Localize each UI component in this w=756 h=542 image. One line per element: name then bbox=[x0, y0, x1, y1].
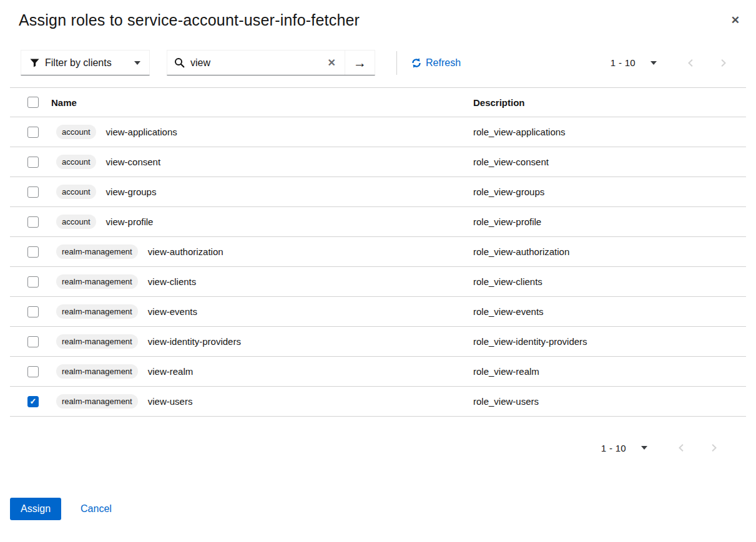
clear-search-button[interactable]: ✕ bbox=[319, 58, 345, 68]
pagination-range: 1 - 10 bbox=[601, 443, 626, 453]
role-name: view-applications bbox=[106, 127, 177, 137]
pagination-menu-toggle[interactable] bbox=[635, 442, 654, 453]
client-badge: realm-management bbox=[56, 274, 138, 289]
next-page-button[interactable] bbox=[709, 52, 737, 74]
row-checkbox[interactable] bbox=[27, 216, 39, 228]
close-icon: ✕ bbox=[731, 14, 740, 26]
roles-table: Name Description account view-applicatio… bbox=[10, 87, 746, 417]
assign-button[interactable]: Assign bbox=[10, 498, 61, 520]
modal-header: Assign roles to service-account-user-inf… bbox=[0, 0, 756, 30]
cancel-button[interactable]: Cancel bbox=[81, 503, 112, 515]
prev-page-button[interactable] bbox=[667, 437, 695, 458]
client-badge: account bbox=[56, 155, 96, 169]
table-body: account view-applications role_view-appl… bbox=[10, 117, 746, 417]
caret-down-icon bbox=[641, 446, 647, 450]
caret-down-icon bbox=[134, 61, 140, 65]
role-description: role_view-users bbox=[473, 396, 746, 407]
role-description: role_view-identity-providers bbox=[473, 336, 746, 347]
search-submit-button[interactable]: → bbox=[345, 51, 375, 75]
toolbar: Filter by clients ✕ → Refresh bbox=[21, 50, 737, 75]
caret-down-icon bbox=[650, 61, 657, 65]
role-name: view-realm bbox=[148, 366, 194, 377]
table-row: realm-management view-identity-providers… bbox=[10, 327, 746, 357]
pagination-top: 1 - 10 bbox=[611, 52, 737, 74]
column-header-name: Name bbox=[51, 97, 473, 108]
role-name: view-events bbox=[148, 306, 197, 317]
close-button[interactable]: ✕ bbox=[727, 11, 744, 29]
table-row: account view-groups role_view-groups bbox=[10, 177, 746, 207]
table-row: realm-management view-authorization role… bbox=[10, 237, 746, 267]
pagination-range: 1 - 10 bbox=[611, 57, 636, 68]
row-checkbox[interactable] bbox=[27, 396, 39, 407]
table-row: realm-management view-users role_view-us… bbox=[10, 387, 746, 417]
client-badge: realm-management bbox=[56, 394, 138, 409]
role-description: role_view-profile bbox=[473, 216, 746, 227]
clear-icon: ✕ bbox=[328, 57, 336, 68]
select-all-checkbox[interactable] bbox=[27, 97, 39, 108]
client-badge: realm-management bbox=[56, 244, 138, 259]
modal-action-bar: Assign Cancel bbox=[10, 498, 756, 520]
role-description: role_view-clients bbox=[473, 276, 746, 287]
refresh-label: Refresh bbox=[426, 57, 461, 69]
refresh-button[interactable]: Refresh bbox=[411, 57, 461, 69]
table-row: realm-management view-realm role_view-re… bbox=[10, 357, 746, 387]
chevron-left-icon bbox=[677, 443, 685, 452]
row-checkbox[interactable] bbox=[27, 246, 39, 258]
role-description: role_view-groups bbox=[473, 186, 746, 197]
search-group: ✕ → bbox=[167, 50, 375, 75]
role-name: view-authorization bbox=[148, 246, 223, 257]
assign-roles-modal: Assign roles to service-account-user-inf… bbox=[0, 0, 756, 542]
prev-page-button[interactable] bbox=[677, 52, 704, 74]
chevron-right-icon bbox=[710, 443, 718, 452]
table-row: realm-management view-clients role_view-… bbox=[10, 267, 746, 297]
filter-by-clients-select[interactable]: Filter by clients bbox=[21, 50, 150, 75]
role-description: role_view-applications bbox=[473, 127, 746, 137]
filter-icon bbox=[30, 58, 39, 67]
role-name: view-clients bbox=[148, 276, 197, 287]
client-badge: account bbox=[56, 185, 96, 199]
role-name: view-users bbox=[148, 396, 193, 407]
row-checkbox[interactable] bbox=[27, 157, 39, 168]
client-badge: realm-management bbox=[56, 304, 138, 319]
page-title: Assign roles to service-account-user-inf… bbox=[19, 10, 719, 30]
table-row: account view-consent role_view-consent bbox=[10, 147, 746, 177]
chevron-left-icon bbox=[687, 59, 695, 67]
table-header-row: Name Description bbox=[10, 88, 746, 117]
row-checkbox[interactable] bbox=[27, 186, 39, 198]
client-badge: account bbox=[56, 125, 96, 139]
role-description: role_view-authorization bbox=[473, 246, 746, 257]
toolbar-divider bbox=[396, 51, 397, 75]
role-name: view-profile bbox=[106, 216, 154, 227]
role-name: view-identity-providers bbox=[148, 336, 241, 347]
row-checkbox[interactable] bbox=[27, 336, 39, 347]
role-description: role_view-realm bbox=[473, 366, 746, 377]
role-name: view-consent bbox=[106, 157, 161, 167]
search-input[interactable] bbox=[190, 57, 319, 69]
table-row: account view-profile role_view-profile bbox=[10, 207, 746, 237]
client-badge: realm-management bbox=[56, 334, 138, 349]
row-checkbox[interactable] bbox=[27, 366, 39, 377]
client-badge: realm-management bbox=[56, 364, 138, 379]
filter-select-label: Filter by clients bbox=[45, 57, 134, 69]
table-row: realm-management view-events role_view-e… bbox=[10, 297, 746, 327]
arrow-right-icon: → bbox=[353, 56, 366, 70]
pagination-menu-toggle[interactable] bbox=[644, 57, 663, 69]
role-name: view-groups bbox=[106, 186, 157, 197]
refresh-icon bbox=[411, 58, 421, 68]
role-description: role_view-events bbox=[473, 306, 746, 317]
role-description: role_view-consent bbox=[473, 157, 746, 167]
row-checkbox[interactable] bbox=[27, 276, 39, 288]
row-checkbox[interactable] bbox=[27, 306, 39, 317]
chevron-right-icon bbox=[719, 59, 727, 67]
row-checkbox[interactable] bbox=[27, 127, 39, 138]
client-badge: account bbox=[56, 215, 96, 229]
next-page-button[interactable] bbox=[700, 437, 727, 458]
column-header-description: Description bbox=[473, 97, 746, 108]
search-icon bbox=[174, 57, 185, 68]
pagination-bottom: 1 - 10 bbox=[0, 435, 727, 460]
table-row: account view-applications role_view-appl… bbox=[10, 117, 746, 147]
